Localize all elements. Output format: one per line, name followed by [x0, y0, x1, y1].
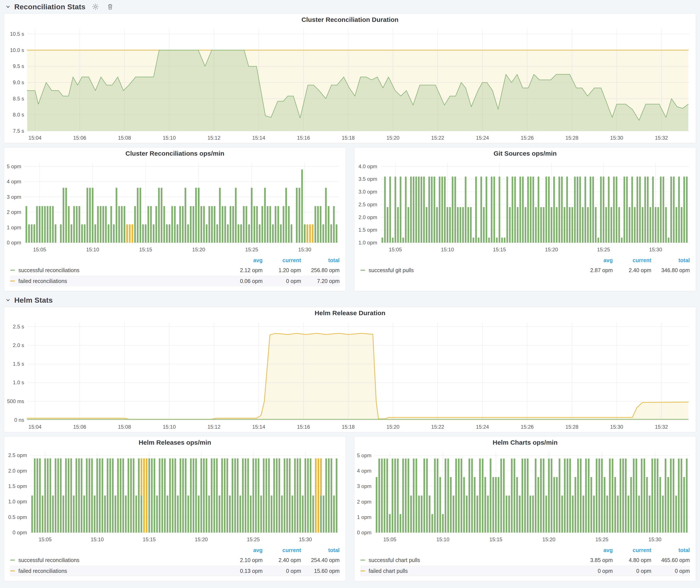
x-axis-tick-label: 15:05 — [33, 247, 46, 252]
gear-icon[interactable] — [91, 2, 100, 11]
panel-title[interactable]: Helm Charts ops/min — [354, 436, 696, 449]
chart-git-sources-opm[interactable]: 1.0 opm1.5 opm2.0 opm2.5 opm3.0 opm3.5 o… — [354, 160, 696, 255]
x-axis-tick-label: 15:22 — [431, 424, 444, 430]
chart-helm-releases-opm[interactable]: 0 opm0.5 opm1.0 opm1.5 opm2.0 opm2.5 opm… — [4, 449, 346, 545]
legend-row: successful chart pulls3.85 opm4.80 opm46… — [360, 555, 690, 565]
chart-canvas[interactable]: 7.5 s8.0 s8.5 s9.0 s9.5 s10.0 s10.5 s15:… — [4, 26, 696, 143]
legend-series-label: failed chart pulls — [369, 568, 408, 574]
x-axis-tick-label: 15:06 — [73, 424, 86, 430]
legend-series-label: failed reconciliations — [18, 278, 67, 284]
section-header-helm-stats[interactable]: Helm Stats — [4, 293, 696, 307]
chart-canvas[interactable]: 0 opm1 opm2 opm3 opm4 opm5 opm15:0515:10… — [354, 449, 696, 545]
legend-column-avg[interactable]: avg — [224, 257, 263, 263]
legend-series-toggle[interactable]: successful chart pulls — [360, 557, 574, 563]
y-axis-tick-label: 4 opm — [7, 179, 21, 184]
x-axis-tick-label: 15:28 — [565, 135, 578, 141]
x-axis-tick-label: 15:16 — [297, 424, 310, 430]
legend-column-current[interactable]: current — [613, 547, 651, 553]
x-axis-tick-label: 15:18 — [342, 135, 355, 141]
legend-series-toggle[interactable]: successful git pulls — [360, 267, 574, 273]
legend-column-current[interactable]: current — [263, 547, 301, 553]
panel-git-sources-opm: Git Sources ops/min 1.0 opm1.5 opm2.0 op… — [354, 147, 696, 291]
y-axis-tick-label: 9.5 s — [13, 63, 24, 69]
panel-title[interactable]: Helm Release Duration — [4, 307, 696, 319]
x-axis-tick-label: 15:30 — [649, 247, 662, 252]
x-axis-tick-label: 15:30 — [610, 424, 623, 430]
x-axis-tick-label: 15:25 — [245, 247, 258, 252]
legend-row: successful reconciliations2.10 opm2.40 o… — [10, 555, 340, 565]
legend-value-total: 15.60 opm — [301, 568, 340, 574]
legend-row: failed chart pulls0 opm0 opm0 opm — [360, 565, 690, 576]
legend-column-total[interactable]: total — [301, 257, 340, 263]
x-axis-tick-label: 15:04 — [29, 424, 42, 430]
legend-column-avg[interactable]: avg — [224, 547, 263, 553]
legend-git-sources: avgcurrenttotalsuccessful git pulls2.87 … — [354, 255, 696, 276]
legend-column-current[interactable]: current — [613, 257, 651, 263]
x-axis-tick-label: 15:30 — [610, 135, 623, 141]
legend-column-total[interactable]: total — [651, 257, 690, 263]
legend-value-current: 2.40 opm — [613, 267, 651, 273]
legend-column-avg[interactable]: avg — [574, 547, 613, 553]
chart-helm-release-duration[interactable]: 0 ns500 ms1.0 s1.5 s2.0 s2.5 s15:0415:06… — [4, 319, 696, 432]
panel-title[interactable]: Cluster Reconciliation Duration — [4, 14, 696, 26]
legend-column-total[interactable]: total — [651, 547, 690, 553]
legend-value-avg: 2.10 opm — [224, 557, 263, 563]
legend-row: failed reconciliations0.06 opm0 opm7.20 … — [10, 276, 340, 286]
y-axis-tick-label: 3 opm — [7, 194, 21, 200]
legend-value-current: 4.80 opm — [613, 557, 651, 563]
y-axis-tick-label: 5 opm — [7, 163, 21, 169]
x-axis-tick-label: 15:14 — [252, 135, 265, 141]
panel-title[interactable]: Git Sources ops/min — [354, 147, 696, 160]
legend-column-avg[interactable]: avg — [574, 257, 613, 263]
y-axis-tick-label: 0 opm — [7, 240, 21, 246]
chart-canvas[interactable]: 0 opm1 opm2 opm3 opm4 opm5 opm15:0515:10… — [4, 160, 346, 255]
series-color-marker — [10, 281, 15, 281]
y-axis-tick-label: 1.0 s — [13, 380, 24, 385]
x-axis-tick-label: 15:20 — [195, 536, 208, 542]
legend-series-label: failed reconciliations — [18, 568, 67, 574]
x-axis-tick-label: 15:10 — [163, 135, 176, 141]
legend-value-total: 7.20 opm — [301, 278, 340, 284]
trash-icon[interactable] — [105, 2, 115, 11]
legend-row: successful reconciliations2.12 opm1.20 o… — [10, 265, 340, 276]
panel-title[interactable]: Helm Releases ops/min — [4, 436, 346, 449]
chart-canvas[interactable]: 1.0 opm1.5 opm2.0 opm2.5 opm3.0 opm3.5 o… — [354, 160, 696, 255]
chart-cluster-reconciliations-opm[interactable]: 0 opm1 opm2 opm3 opm4 opm5 opm15:0515:10… — [4, 160, 346, 255]
legend-header-row: avgcurrenttotal — [10, 546, 340, 555]
y-axis-tick-label: 2.5 s — [13, 324, 24, 330]
chart-canvas[interactable]: 0 ns500 ms1.0 s1.5 s2.0 s2.5 s15:0415:06… — [4, 319, 696, 432]
x-axis-tick-label: 15:20 — [386, 424, 399, 430]
panel-helm-releases-opm: Helm Releases ops/min 0 opm0.5 opm1.0 op… — [4, 436, 346, 581]
x-axis-tick-label: 15:22 — [431, 135, 444, 141]
legend-cluster-reconciliations: avgcurrenttotalsuccessful reconciliation… — [4, 255, 346, 286]
x-axis-tick-label: 15:20 — [542, 536, 555, 542]
legend-value-total: 254.40 opm — [301, 557, 340, 563]
legend-series-toggle[interactable]: successful reconciliations — [10, 267, 224, 273]
section-header-reconciliation-stats[interactable]: Reconciliation Stats — [4, 0, 696, 13]
legend-series-toggle[interactable]: failed reconciliations — [10, 278, 224, 284]
chart-helm-charts-opm[interactable]: 0 opm1 opm2 opm3 opm4 opm5 opm15:0515:10… — [354, 449, 696, 545]
x-axis-tick-label: 15:32 — [655, 424, 668, 430]
series-color-marker — [10, 270, 15, 271]
legend-series-label: successful reconciliations — [18, 557, 79, 563]
chart-canvas[interactable]: 0 opm0.5 opm1.0 opm1.5 opm2.0 opm2.5 opm… — [4, 449, 346, 545]
legend-column-current[interactable]: current — [263, 257, 301, 263]
panel-title[interactable]: Cluster Reconciliations ops/min — [4, 147, 346, 160]
legend-value-avg: 2.87 opm — [574, 267, 613, 273]
x-axis-tick-label: 15:12 — [207, 424, 220, 430]
chart-cluster-reconciliation-duration[interactable]: 7.5 s8.0 s8.5 s9.0 s9.5 s10.0 s10.5 s15:… — [4, 26, 696, 143]
x-axis-tick-label: 15:30 — [648, 536, 661, 542]
x-axis-tick-label: 15:15 — [489, 536, 502, 542]
x-axis-tick-label: 15:20 — [386, 135, 399, 141]
legend-series-toggle[interactable]: successful reconciliations — [10, 557, 224, 563]
legend-value-avg: 0.06 opm — [224, 278, 263, 284]
y-axis-tick-label: 10.5 s — [10, 31, 24, 37]
x-axis-tick-label: 15:28 — [565, 424, 578, 430]
legend-value-current: 0 opm — [263, 568, 301, 574]
legend-header-row: avgcurrenttotal — [10, 256, 340, 265]
legend-series-toggle[interactable]: failed reconciliations — [10, 568, 224, 574]
legend-column-total[interactable]: total — [301, 547, 340, 553]
panel-cluster-reconciliations-opm: Cluster Reconciliations ops/min 0 opm1 o… — [4, 147, 346, 291]
legend-series-toggle[interactable]: failed chart pulls — [360, 568, 574, 574]
legend-value-current: 0 opm — [263, 278, 301, 284]
